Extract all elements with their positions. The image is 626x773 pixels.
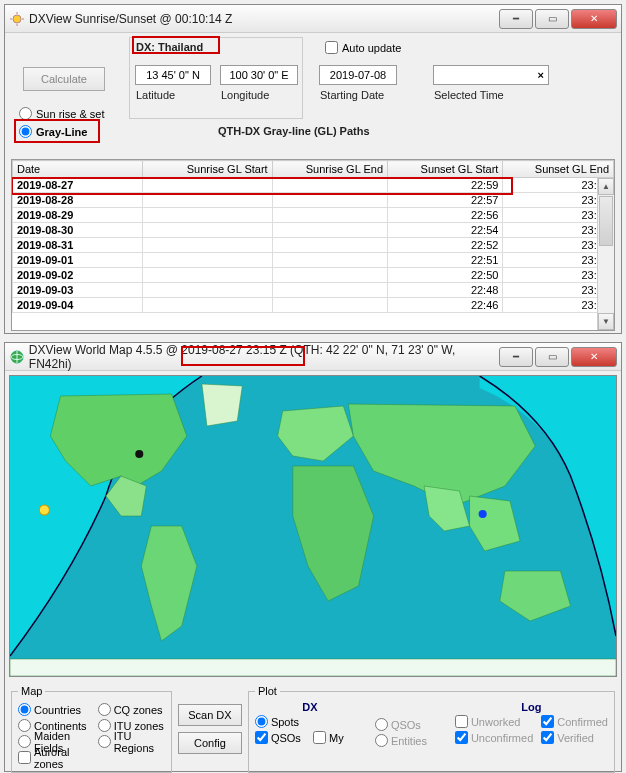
cell (272, 253, 387, 268)
world-map-window: DXView World Map 4.5.5 @ 2019-08-27 23:1… (4, 342, 622, 772)
cell (142, 193, 272, 208)
opt-auroral[interactable]: Auroral zones (18, 750, 92, 765)
cell (272, 283, 387, 298)
cell (272, 298, 387, 313)
map-legend: Map (18, 685, 45, 697)
opt-unconfirmed[interactable]: Unconfirmed (455, 730, 533, 745)
opt-verified[interactable]: Verified (541, 730, 608, 745)
radio-grayline[interactable]: Gray-Line (19, 125, 87, 138)
map-options: Map Countries Continents Maiden Fields A… (11, 685, 172, 773)
selected-time-label: Selected Time (434, 89, 504, 101)
table-row[interactable]: 2019-09-0222:5023:36 (13, 268, 614, 283)
cell: 22:46 (388, 298, 503, 313)
cell (142, 283, 272, 298)
bottom-panel: Map Countries Continents Maiden Fields A… (5, 681, 621, 773)
opt-confirmed[interactable]: Confirmed (541, 714, 608, 729)
cell (272, 208, 387, 223)
starting-date-input[interactable]: 2019-07-08 (319, 65, 397, 85)
scroll-down-icon[interactable]: ▼ (598, 313, 614, 330)
cell: 22:51 (388, 253, 503, 268)
plot-legend: Plot (255, 685, 280, 697)
opt-unworked[interactable]: Unworked (455, 714, 533, 729)
window-title-2: DXView World Map 4.5.5 @ 2019-08-27 23:1… (29, 343, 497, 371)
cell: 2019-09-03 (13, 283, 143, 298)
plot-log-heading: Log (455, 701, 608, 713)
cell: 22:59 (388, 178, 503, 193)
latitude-label: Latitude (136, 89, 175, 101)
paths-title: QTH-DX Gray-line (GL) Paths (218, 125, 370, 137)
opt-countries[interactable]: Countries (18, 702, 92, 717)
cell: 22:52 (388, 238, 503, 253)
cell (142, 268, 272, 283)
close-button[interactable]: ✕ (571, 9, 617, 29)
titlebar-2: DXView World Map 4.5.5 @ 2019-08-27 23:1… (5, 343, 621, 371)
svg-point-9 (135, 450, 143, 458)
table-row[interactable]: 2019-09-0422:4623:36 (13, 298, 614, 313)
col-header[interactable]: Date (13, 161, 143, 178)
opt-log-qsos[interactable]: QSOs (375, 717, 445, 732)
scroll-up-icon[interactable]: ▲ (598, 178, 614, 195)
cell (272, 238, 387, 253)
table-row[interactable]: 2019-09-0122:5123:36 (13, 253, 614, 268)
table-row[interactable]: 2019-08-2822:5723:35 (13, 193, 614, 208)
col-header[interactable]: Sunset GL End (503, 161, 614, 178)
longitude-input[interactable]: 100 30' 0" E (220, 65, 298, 85)
clear-time-icon[interactable]: × (538, 69, 544, 81)
opt-spots[interactable]: Spots (255, 714, 365, 729)
sunrise-sunset-window: DXView Sunrise/Sunset @ 00:10:14 Z ━ ▭ ✕… (4, 4, 622, 334)
cell (142, 238, 272, 253)
radio-sunrise[interactable]: Sun rise & set (19, 107, 104, 120)
table-row[interactable]: 2019-08-3022:5423:35 (13, 223, 614, 238)
minimize-button-2[interactable]: ━ (499, 347, 533, 367)
vertical-scrollbar[interactable]: ▲ ▼ (597, 178, 614, 330)
maximize-button[interactable]: ▭ (535, 9, 569, 29)
data-table: DateSunrise GL StartSunrise GL EndSunset… (12, 160, 614, 313)
longitude-label: Longitude (221, 89, 269, 101)
col-header[interactable]: Sunset GL Start (388, 161, 503, 178)
globe-icon (9, 349, 25, 365)
close-button-2[interactable]: ✕ (571, 347, 617, 367)
col-header[interactable]: Sunrise GL Start (142, 161, 272, 178)
table-row[interactable]: 2019-08-2722:5923:35 (13, 178, 614, 193)
cell: 2019-08-31 (13, 238, 143, 253)
selected-time-input[interactable]: × (433, 65, 549, 85)
calculate-button[interactable]: Calculate (23, 67, 105, 91)
cell: 2019-09-04 (13, 298, 143, 313)
cell (142, 223, 272, 238)
cell: 2019-08-27 (13, 178, 143, 193)
cell (142, 253, 272, 268)
cell (272, 178, 387, 193)
config-button[interactable]: Config (178, 732, 242, 754)
scan-dx-button[interactable]: Scan DX (178, 704, 242, 726)
cell (272, 268, 387, 283)
cell: 2019-09-01 (13, 253, 143, 268)
table-row[interactable]: 2019-09-0322:4823:36 (13, 283, 614, 298)
grayline-table: DateSunrise GL StartSunrise GL EndSunset… (11, 159, 615, 331)
svg-point-10 (479, 510, 487, 518)
scroll-thumb[interactable] (599, 196, 613, 246)
cell (142, 178, 272, 193)
auto-update-checkbox[interactable]: Auto update (325, 41, 401, 54)
dx-label: DX: Thailand (136, 41, 203, 53)
cell: 2019-09-02 (13, 268, 143, 283)
svg-point-0 (13, 15, 21, 23)
cell (142, 208, 272, 223)
window-title: DXView Sunrise/Sunset @ 00:10:14 Z (29, 12, 232, 26)
maximize-button-2[interactable]: ▭ (535, 347, 569, 367)
opt-entities[interactable]: Entities (375, 733, 445, 748)
cell: 2019-08-29 (13, 208, 143, 223)
table-row[interactable]: 2019-08-2922:5623:35 (13, 208, 614, 223)
latitude-input[interactable]: 13 45' 0" N (135, 65, 211, 85)
table-row[interactable]: 2019-08-3122:5223:36 (13, 238, 614, 253)
plot-dx-heading: DX (255, 701, 365, 713)
world-map[interactable] (9, 375, 617, 677)
cell: 22:57 (388, 193, 503, 208)
minimize-button[interactable]: ━ (499, 9, 533, 29)
opt-qsos[interactable]: QSOs My (255, 730, 365, 745)
cell (272, 193, 387, 208)
opt-cq[interactable]: CQ zones (98, 702, 165, 717)
window-body: Calculate DX: Thailand 13 45' 0" N 100 3… (5, 33, 621, 333)
col-header[interactable]: Sunrise GL End (272, 161, 387, 178)
opt-itur[interactable]: ITU Regions (98, 734, 165, 749)
opt-my[interactable] (313, 731, 326, 744)
